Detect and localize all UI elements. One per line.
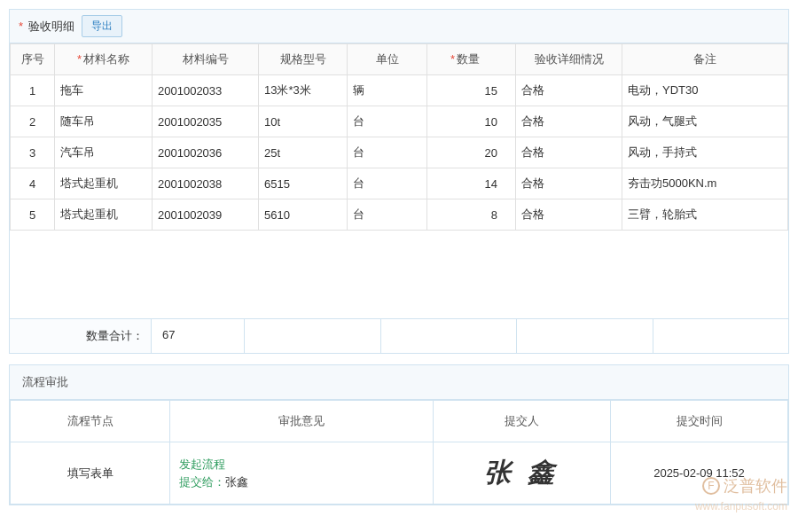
- approval-row: 填写表单 发起流程 提交给：张鑫 张 鑫 2025-02-09 11:52: [11, 442, 788, 505]
- approval-title: 流程审批: [10, 365, 788, 400]
- table-row[interactable]: 5塔式起重机20010020395610台8合格三臂，轮胎式: [11, 200, 788, 231]
- detail-table: 序号 *材料名称 材料编号 规格型号 单位 *数量 验收详细情况 备注 1拖车2…: [10, 43, 788, 231]
- cell-code: 2001002033: [153, 75, 259, 106]
- col-code: 材料编号: [153, 44, 259, 75]
- cell-qty: 15: [427, 75, 516, 106]
- ap-col-person: 提交人: [434, 401, 611, 442]
- export-button[interactable]: 导出: [82, 15, 122, 37]
- col-qty: *数量: [427, 44, 516, 75]
- detail-header-row: 序号 *材料名称 材料编号 规格型号 单位 *数量 验收详细情况 备注: [11, 44, 788, 75]
- cell-qty: 10: [427, 106, 516, 137]
- cell-spec: 25t: [259, 137, 348, 168]
- summary-blank-1: [245, 319, 381, 353]
- detail-panel: * 验收明细 导出 序号 *材料名称 材料编号 规格型号 单位 *数量 验收详细…: [9, 9, 789, 354]
- detail-panel-header: * 验收明细 导出: [10, 10, 788, 43]
- required-star-icon: *: [19, 20, 23, 33]
- ap-person-cell: 张 鑫: [434, 442, 611, 505]
- cell-unit: 台: [348, 168, 427, 200]
- cell-seq: 1: [11, 75, 55, 106]
- ap-col-time: 提交时间: [611, 401, 788, 442]
- opinion-prefix: 提交给：: [179, 475, 225, 489]
- cell-code: 2001002035: [153, 106, 259, 137]
- cell-code: 2001002036: [153, 137, 259, 168]
- table-row[interactable]: 1拖车200100203313米*3米辆15合格电动，YDT30: [11, 75, 788, 106]
- ap-col-node: 流程节点: [11, 401, 170, 442]
- approval-panel: 流程审批 流程节点 审批意见 提交人 提交时间 填写表单 发起流程 提交给：张鑫: [9, 364, 789, 505]
- opinion-name: 张鑫: [225, 475, 248, 489]
- summary-row: 数量合计： 67: [10, 318, 788, 353]
- cell-unit: 台: [348, 106, 427, 137]
- col-seq: 序号: [11, 44, 55, 75]
- signature-text: 张 鑫: [484, 458, 560, 487]
- summary-blank-3: [517, 319, 653, 353]
- cell-seq: 5: [11, 200, 55, 231]
- summary-blank-2: [381, 319, 518, 353]
- cell-remark: 电动，YDT30: [622, 75, 788, 106]
- cell-spec: 5610: [259, 200, 348, 231]
- approval-header-row: 流程节点 审批意见 提交人 提交时间: [11, 401, 788, 442]
- cell-qty: 20: [427, 137, 516, 168]
- cell-name: 塔式起重机: [55, 168, 153, 200]
- cell-name: 随车吊: [55, 106, 153, 137]
- detail-title: 验收明细: [28, 20, 74, 33]
- ap-time-value: 2025-02-09 11:52: [611, 442, 788, 505]
- cell-spec: 13米*3米: [259, 75, 348, 106]
- cell-name: 汽车吊: [55, 137, 153, 168]
- col-spec: 规格型号: [259, 44, 348, 75]
- col-unit: 单位: [348, 44, 427, 75]
- cell-remark: 夯击功5000KN.m: [622, 168, 788, 200]
- summary-value: 67: [152, 319, 245, 353]
- cell-remark: 三臂，轮胎式: [622, 200, 788, 231]
- table-row[interactable]: 2随车吊200100203510t台10合格风动，气腿式: [11, 106, 788, 137]
- summary-blank-4: [653, 319, 789, 353]
- cell-status: 合格: [516, 168, 622, 200]
- col-remark: 备注: [622, 44, 788, 75]
- table-row[interactable]: 4塔式起重机20010020386515台14合格夯击功5000KN.m: [11, 168, 788, 200]
- cell-status: 合格: [516, 137, 622, 168]
- cell-spec: 10t: [259, 106, 348, 137]
- col-status: 验收详细情况: [516, 44, 622, 75]
- detail-grid: 序号 *材料名称 材料编号 规格型号 单位 *数量 验收详细情况 备注 1拖车2…: [10, 43, 788, 318]
- summary-label: 数量合计：: [10, 319, 152, 353]
- table-row[interactable]: 3汽车吊200100203625t台20合格风动，手持式: [11, 137, 788, 168]
- cell-unit: 台: [348, 200, 427, 231]
- opinion-line2: 提交给：张鑫: [179, 474, 424, 490]
- col-name: *材料名称: [55, 44, 153, 75]
- detail-title-wrap: * 验收明细: [19, 19, 74, 35]
- cell-name: 拖车: [55, 75, 153, 106]
- cell-spec: 6515: [259, 168, 348, 200]
- cell-unit: 辆: [348, 75, 427, 106]
- cell-unit: 台: [348, 137, 427, 168]
- cell-code: 2001002039: [153, 200, 259, 231]
- cell-seq: 4: [11, 168, 55, 200]
- ap-col-opinion: 审批意见: [170, 401, 434, 442]
- cell-qty: 14: [427, 168, 516, 200]
- cell-seq: 3: [11, 137, 55, 168]
- cell-qty: 8: [427, 200, 516, 231]
- opinion-line1: 发起流程: [179, 457, 424, 473]
- cell-name: 塔式起重机: [55, 200, 153, 231]
- cell-code: 2001002038: [153, 168, 259, 200]
- cell-remark: 风动，手持式: [622, 137, 788, 168]
- approval-table: 流程节点 审批意见 提交人 提交时间 填写表单 发起流程 提交给：张鑫 张 鑫 …: [10, 400, 788, 505]
- cell-status: 合格: [516, 106, 622, 137]
- cell-status: 合格: [516, 75, 622, 106]
- cell-remark: 风动，气腿式: [622, 106, 788, 137]
- cell-seq: 2: [11, 106, 55, 137]
- ap-node-value: 填写表单: [11, 442, 170, 505]
- cell-status: 合格: [516, 200, 622, 231]
- ap-opinion-cell: 发起流程 提交给：张鑫: [170, 442, 434, 505]
